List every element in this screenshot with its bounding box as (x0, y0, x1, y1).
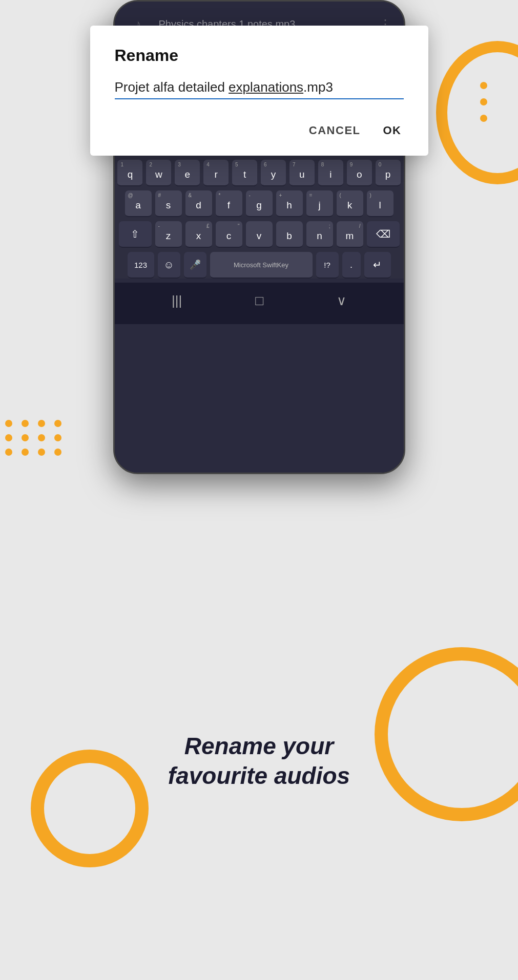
key-enter[interactable]: ↵ (364, 252, 391, 279)
keyboard-row-3: ⇧ -z £x "c v b ;n /m ⌫ (118, 221, 401, 248)
nav-recent-button[interactable]: ∨ (337, 293, 346, 309)
dot-l1 (5, 420, 12, 427)
key-i[interactable]: 8i (318, 160, 343, 186)
bottom-marketing-text: Rename your favourite audios (80, 732, 439, 791)
key-emoji[interactable]: ☺ (158, 252, 180, 279)
key-e[interactable]: 3e (175, 160, 200, 186)
key-o[interactable]: 9o (347, 160, 372, 186)
cancel-button[interactable]: CANCEL (307, 120, 363, 141)
key-l[interactable]: )l (367, 190, 393, 217)
dialog-input-display[interactable]: Projet alfa detailed explanations.mp3 (115, 79, 404, 98)
key-j[interactable]: =j (306, 190, 333, 217)
dialog-input-wrapper: Projet alfa detailed explanations.mp3 (115, 79, 404, 99)
key-p[interactable]: 0p (376, 160, 401, 186)
rename-dialog-overlay: Rename Projet alfa detailed explanations… (90, 26, 428, 156)
key-c[interactable]: "c (216, 221, 242, 248)
key-v[interactable]: v (246, 221, 273, 248)
dot-l8 (54, 434, 61, 441)
bottom-text-line1: Rename your (80, 732, 439, 761)
dot-l12 (54, 449, 61, 456)
key-m[interactable]: /m (337, 221, 363, 248)
dot-l6 (22, 434, 29, 441)
key-num-switch[interactable]: 123 (128, 252, 154, 279)
nav-back-button[interactable]: ||| (172, 293, 182, 309)
key-z[interactable]: -z (155, 221, 182, 248)
key-special-chars[interactable]: !? (316, 252, 339, 279)
dot-l7 (38, 434, 45, 441)
key-mic[interactable]: 🎤 (184, 252, 206, 279)
key-x[interactable]: £x (185, 221, 212, 248)
keyboard-row-2: @a #s &d *f -g +h =j (k )l (118, 190, 401, 217)
dot-l10 (22, 449, 29, 456)
key-a[interactable]: @a (125, 190, 152, 217)
key-k[interactable]: (k (337, 190, 363, 217)
keyboard: 1q 2w 3e 4r 5t 6y 7u 8i 9o 0p @a #s &d *… (115, 156, 404, 279)
dot-l3 (38, 420, 45, 427)
key-backspace[interactable]: ⌫ (367, 221, 400, 248)
keyboard-row-4: 123 ☺ 🎤 Microsoft SwiftKey !? . ↵ (118, 252, 401, 279)
key-space[interactable]: Microsoft SwiftKey (210, 252, 313, 279)
key-g[interactable]: -g (246, 190, 273, 217)
dot-l4 (54, 420, 61, 427)
key-y[interactable]: 6y (261, 160, 286, 186)
dot-l5 (5, 434, 12, 441)
dot-l9 (5, 449, 12, 456)
key-s[interactable]: #s (155, 190, 182, 217)
dialog-title: Rename (115, 46, 404, 65)
key-d[interactable]: &d (185, 190, 212, 217)
key-f[interactable]: *f (216, 190, 242, 217)
key-period[interactable]: . (342, 252, 361, 279)
key-t[interactable]: 5t (232, 160, 257, 186)
key-q[interactable]: 1q (117, 160, 142, 186)
nav-bar: ||| □ ∨ (115, 283, 404, 324)
key-shift[interactable]: ⇧ (119, 221, 152, 248)
key-b[interactable]: b (276, 221, 303, 248)
key-u[interactable]: 7u (289, 160, 315, 186)
nav-home-button[interactable]: □ (255, 293, 263, 309)
keyboard-row-1: 1q 2w 3e 4r 5t 6y 7u 8i 9o 0p (118, 160, 401, 186)
decorative-arc-top-right (436, 41, 518, 184)
key-h[interactable]: +h (276, 190, 303, 217)
underlined-word: explanations (229, 79, 303, 95)
key-r[interactable]: 4r (203, 160, 229, 186)
bottom-text-line2: favourite audios (80, 761, 439, 791)
key-w[interactable]: 2w (146, 160, 171, 186)
dot-l11 (38, 449, 45, 456)
decorative-dots-left (5, 420, 64, 456)
dialog-actions: CANCEL OK (115, 120, 404, 141)
rename-dialog: Rename Projet alfa detailed explanations… (90, 26, 428, 156)
ok-button[interactable]: OK (381, 120, 404, 141)
dot-l2 (22, 420, 29, 427)
key-n[interactable]: ;n (306, 221, 333, 248)
